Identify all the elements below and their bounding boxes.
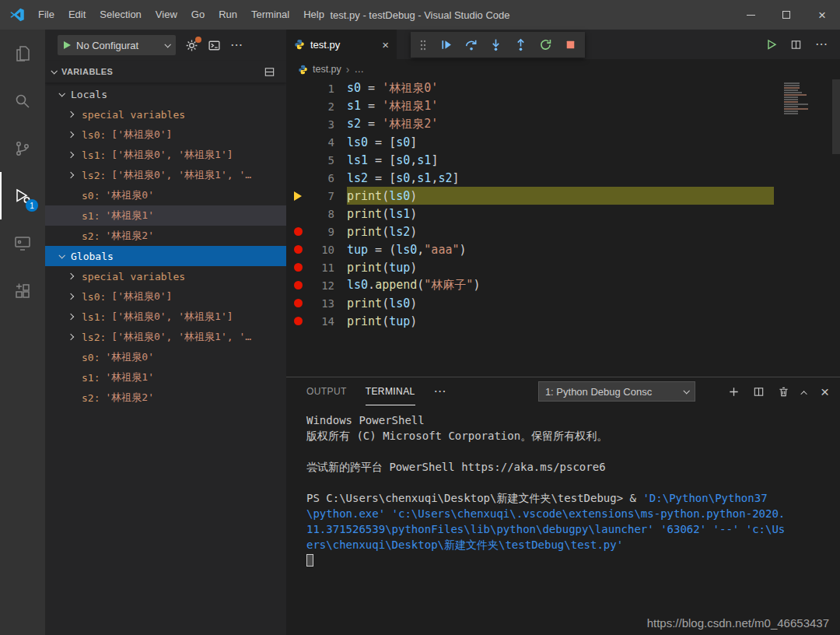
gutter[interactable] bbox=[286, 227, 310, 236]
run-and-debug-icon[interactable]: 1 bbox=[0, 172, 45, 219]
variable-name: ls1: bbox=[82, 311, 106, 323]
gutter[interactable] bbox=[286, 281, 310, 289]
restart-icon[interactable] bbox=[539, 38, 552, 51]
continue-icon[interactable] bbox=[439, 38, 453, 51]
variable-row[interactable]: ls2:['林祖泉0', '林祖泉1', '… bbox=[45, 165, 286, 185]
remote-explorer-icon[interactable] bbox=[0, 219, 45, 267]
code-line: 10tup = (ls0,"aaa") bbox=[286, 240, 840, 258]
scope-globals[interactable]: Globals bbox=[45, 246, 286, 266]
breakpoint-icon[interactable] bbox=[294, 299, 303, 307]
variable-row[interactable]: ls0:['林祖泉0'] bbox=[45, 286, 286, 307]
stop-icon[interactable] bbox=[564, 38, 577, 51]
variable-row[interactable]: s2:'林祖泉2' bbox=[45, 388, 286, 408]
breadcrumb[interactable]: test.py › … bbox=[286, 59, 840, 79]
variable-row[interactable]: ls2:['林祖泉0', '林祖泉1', '… bbox=[45, 327, 286, 347]
close-panel-icon[interactable]: × bbox=[821, 384, 829, 399]
step-out-icon[interactable] bbox=[514, 38, 527, 51]
code-lines: 1s0 = '林祖泉0'2s1 = '林祖泉1'3s2 = '林祖泉2'4ls0… bbox=[286, 79, 840, 330]
variable-row[interactable]: special variables bbox=[45, 266, 286, 286]
close-button[interactable]: × bbox=[804, 0, 840, 30]
gutter[interactable] bbox=[286, 299, 310, 307]
minimap[interactable] bbox=[784, 82, 829, 114]
tab-testpy[interactable]: test.py × bbox=[286, 30, 397, 59]
explorer-icon[interactable] bbox=[0, 30, 45, 77]
run-python-file-icon[interactable] bbox=[765, 38, 777, 51]
tab-output[interactable]: OUTPUT bbox=[306, 377, 347, 405]
panel-more-icon[interactable]: ⋯ bbox=[434, 385, 447, 398]
breakpoint-icon[interactable] bbox=[294, 317, 303, 325]
terminal-select-dropdown[interactable]: 1: Python Debug Consc bbox=[538, 381, 695, 402]
breadcrumb-item-symbol[interactable]: … bbox=[355, 64, 365, 75]
variable-row[interactable]: s1:'林祖泉1' bbox=[45, 367, 286, 388]
vscode-logo-icon bbox=[9, 7, 25, 23]
variable-row[interactable]: ls0:['林祖泉0'] bbox=[45, 125, 286, 145]
terminal-prompt-line bbox=[306, 553, 840, 570]
gutter[interactable] bbox=[286, 317, 310, 325]
gutter[interactable] bbox=[286, 263, 310, 272]
split-editor-icon[interactable] bbox=[790, 39, 802, 51]
settings-gear-icon[interactable] bbox=[185, 39, 198, 52]
kill-terminal-icon[interactable] bbox=[778, 386, 789, 398]
debug-console-icon[interactable] bbox=[208, 39, 221, 52]
variable-name: ls0: bbox=[82, 291, 106, 303]
variables-chevron-icon bbox=[51, 68, 57, 74]
variables-section-header[interactable]: VARIABLES bbox=[45, 61, 286, 82]
code-text: print(tup) bbox=[334, 314, 417, 328]
menu-edit[interactable]: Edit bbox=[61, 0, 93, 30]
breakpoint-icon[interactable] bbox=[294, 263, 303, 272]
variable-row[interactable]: s2:'林祖泉2' bbox=[45, 226, 286, 246]
menu-help[interactable]: Help bbox=[296, 0, 331, 30]
chevron-down-icon bbox=[58, 90, 65, 96]
editor-scrollbar[interactable] bbox=[832, 79, 840, 154]
breakpoint-icon[interactable] bbox=[294, 281, 303, 289]
step-into-icon[interactable] bbox=[489, 38, 502, 51]
split-terminal-icon[interactable] bbox=[753, 386, 765, 398]
variable-row[interactable]: s0:'林祖泉0' bbox=[45, 347, 286, 367]
scope-locals[interactable]: Locals bbox=[45, 84, 286, 104]
start-debug-icon[interactable] bbox=[64, 41, 71, 49]
drag-grip-icon[interactable] bbox=[418, 39, 428, 51]
maximize-button[interactable] bbox=[768, 0, 804, 30]
variable-row[interactable]: ls1:['林祖泉0', '林祖泉1'] bbox=[45, 307, 286, 327]
search-icon[interactable] bbox=[0, 77, 45, 125]
variable-row[interactable]: ls1:['林祖泉0', '林祖泉1'] bbox=[45, 145, 286, 165]
more-actions-icon[interactable]: ⋯ bbox=[230, 39, 243, 51]
gutter[interactable] bbox=[286, 191, 310, 201]
editor-more-actions-icon[interactable]: ⋯ bbox=[815, 38, 828, 51]
variable-row[interactable]: s1:'林祖泉1' bbox=[45, 205, 286, 226]
panel-layout-icon[interactable] bbox=[264, 66, 275, 78]
maximize-panel-icon[interactable] bbox=[803, 384, 807, 398]
extensions-icon[interactable] bbox=[0, 267, 45, 314]
menu-file[interactable]: File bbox=[31, 0, 61, 30]
variable-row[interactable]: special variables bbox=[45, 104, 286, 125]
variable-name: s0: bbox=[82, 352, 100, 363]
close-tab-icon[interactable]: × bbox=[382, 39, 389, 51]
gutter[interactable] bbox=[286, 245, 310, 254]
debug-sidebar-toolbar: No Configurat ⋯ bbox=[45, 30, 286, 61]
minimize-button[interactable] bbox=[733, 0, 768, 30]
breakpoint-icon[interactable] bbox=[294, 227, 303, 236]
code-text: tup = (ls0,"aaa") bbox=[334, 243, 467, 257]
breakpoint-icon[interactable] bbox=[294, 245, 303, 254]
code-text: ls0 = [s0] bbox=[334, 135, 417, 149]
editor-group: test.py × bbox=[286, 30, 840, 635]
terminal[interactable]: Windows PowerShell版权所有 (C) Microsoft Cor… bbox=[286, 405, 840, 635]
step-over-icon[interactable] bbox=[464, 38, 478, 51]
menu-terminal[interactable]: Terminal bbox=[244, 0, 296, 30]
new-terminal-icon[interactable] bbox=[728, 386, 740, 398]
line-number: 1 bbox=[310, 82, 334, 95]
breadcrumb-item-file[interactable]: test.py bbox=[313, 64, 341, 75]
menu-run[interactable]: Run bbox=[212, 0, 244, 30]
menu-go[interactable]: Go bbox=[184, 0, 212, 30]
variable-row[interactable]: s0:'林祖泉0' bbox=[45, 185, 286, 205]
line-number: 5 bbox=[310, 154, 334, 167]
debug-toolbar bbox=[411, 32, 585, 58]
variable-value: '林祖泉2' bbox=[105, 391, 153, 405]
tab-terminal[interactable]: TERMINAL bbox=[366, 377, 415, 405]
code-editor[interactable]: 1s0 = '林祖泉0'2s1 = '林祖泉1'3s2 = '林祖泉2'4ls0… bbox=[286, 79, 840, 377]
menu-selection[interactable]: Selection bbox=[93, 0, 148, 30]
terminal-line bbox=[306, 444, 840, 459]
source-control-icon[interactable] bbox=[0, 125, 45, 172]
debug-config-dropdown[interactable]: No Configurat bbox=[58, 35, 176, 55]
menu-view[interactable]: View bbox=[149, 0, 184, 30]
